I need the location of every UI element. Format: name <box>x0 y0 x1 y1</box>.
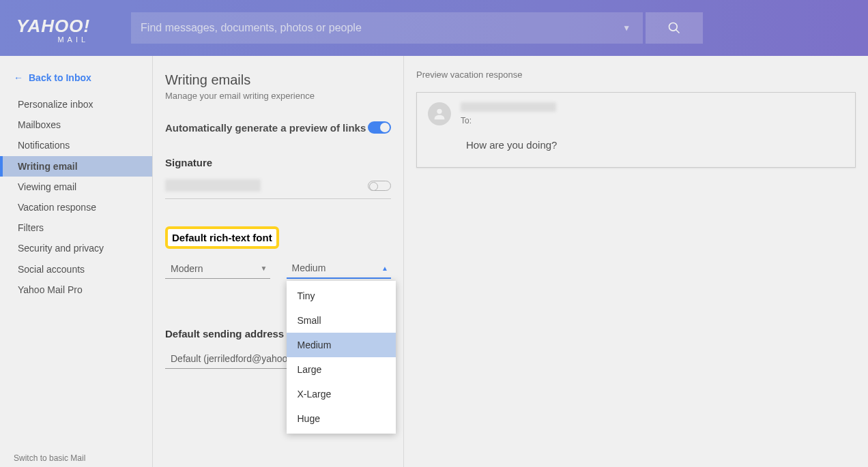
logo-main: YAHOO! <box>16 16 90 37</box>
back-label: Back to Inbox <box>29 72 91 83</box>
back-to-inbox-link[interactable]: ← Back to Inbox <box>0 68 152 94</box>
font-size-option-large[interactable]: Large <box>287 357 396 382</box>
preview-title: Preview vacation response <box>416 70 856 80</box>
logo: YAHOO! MAIL <box>16 16 90 44</box>
sidebar-item-writing-email[interactable]: Writing email <box>0 156 152 177</box>
preview-to-label: To: <box>461 116 844 125</box>
sending-value: Default (jerriledford@yahoo.c <box>171 353 295 364</box>
sidebar-item-personalize-inbox[interactable]: Personalize inbox <box>0 94 152 115</box>
svg-line-1 <box>676 30 680 33</box>
font-family-value: Modern <box>171 263 203 274</box>
page-subtitle: Manage your email writing experience <box>165 91 391 101</box>
logo-sub: MAIL <box>57 35 89 44</box>
preview-body: How are you doing? <box>466 139 844 151</box>
preview-panel: Preview vacation response To: How are yo… <box>404 56 868 467</box>
arrow-left-icon: ← <box>14 72 23 83</box>
sidebar-item-vacation-response[interactable]: Vacation response <box>0 197 152 217</box>
switch-basic-mail-link[interactable]: Switch to basic Mail <box>14 453 85 463</box>
font-size-value: Medium <box>292 262 326 273</box>
preview-sender-name <box>461 102 556 112</box>
person-icon <box>432 106 447 121</box>
page-title: Writing emails <box>165 72 391 88</box>
search-button[interactable] <box>646 12 703 44</box>
chevron-down-icon: ▼ <box>261 265 267 272</box>
font-size-option-huge[interactable]: Huge <box>287 406 396 431</box>
svg-point-2 <box>437 109 442 114</box>
signature-toggle[interactable] <box>368 181 391 191</box>
search-icon <box>667 21 681 35</box>
search-box[interactable]: ▼ <box>131 12 643 44</box>
default-richtext-font-label: Default rich-text font <box>165 226 279 249</box>
chevron-down-icon[interactable]: ▼ <box>620 23 633 33</box>
auto-preview-label: Automatically generate a preview of link… <box>165 122 366 134</box>
sidebar-item-social-accounts[interactable]: Social accounts <box>0 259 152 280</box>
sidebar-item-yahoo-mail-pro[interactable]: Yahoo Mail Pro <box>0 280 152 300</box>
sidebar-item-notifications[interactable]: Notifications <box>0 135 152 155</box>
font-size-option-medium[interactable]: Medium <box>287 333 396 357</box>
font-size-option-tiny[interactable]: Tiny <box>287 284 396 308</box>
sidebar-item-viewing-email[interactable]: Viewing email <box>0 177 152 197</box>
font-size-option-small[interactable]: Small <box>287 308 396 333</box>
font-size-option-x-large[interactable]: X-Large <box>287 382 396 406</box>
signature-label: Signature <box>165 157 391 168</box>
sidebar-item-security-and-privacy[interactable]: Security and privacy <box>0 238 152 258</box>
font-size-dropdown: TinySmallMediumLargeX-LargeHuge <box>287 281 396 434</box>
font-size-select[interactable]: Medium ▲ TinySmallMediumLargeX-LargeHuge <box>287 258 392 279</box>
search-input[interactable] <box>141 22 620 34</box>
auto-preview-toggle[interactable] <box>368 121 391 134</box>
search-wrap: ▼ <box>131 12 703 44</box>
signature-account-name <box>165 179 261 192</box>
settings-sidebar: ← Back to Inbox Personalize inboxMailbox… <box>0 56 153 467</box>
svg-point-0 <box>669 23 678 31</box>
app-header: YAHOO! MAIL ▼ <box>0 0 868 56</box>
sidebar-item-mailboxes[interactable]: Mailboxes <box>0 115 152 135</box>
font-family-select[interactable]: Modern ▼ <box>165 258 270 279</box>
avatar <box>428 102 451 125</box>
sidebar-item-filters[interactable]: Filters <box>0 217 152 238</box>
settings-panel: Writing emails Manage your email writing… <box>153 56 404 467</box>
preview-card: To: How are you doing? <box>416 92 856 168</box>
chevron-down-icon: ▲ <box>381 265 388 272</box>
